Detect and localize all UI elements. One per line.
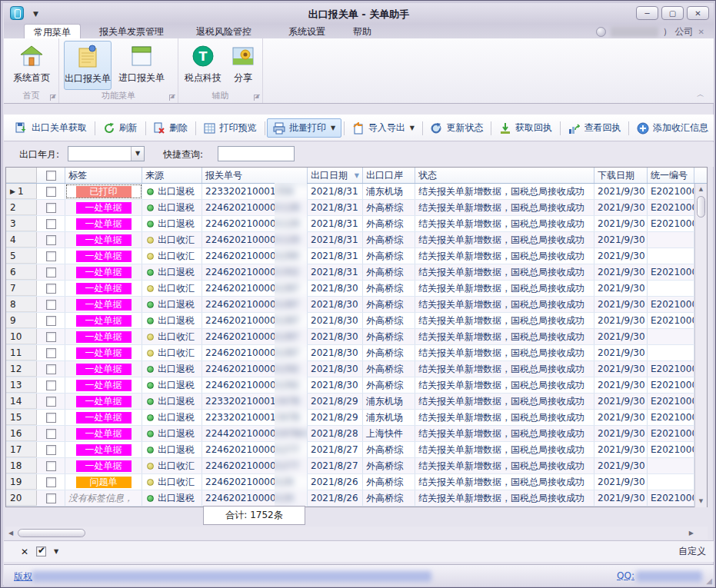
source-cell[interactable]: 出口退税 <box>142 410 202 425</box>
row-number-cell[interactable]: 18 <box>6 458 37 473</box>
tag-cell[interactable]: 一处单据 <box>65 361 142 377</box>
row-number-cell[interactable]: 15 <box>6 410 37 425</box>
table-row[interactable]: 13一处单据出口退税22462021000012922021/8/30外高桥综结… <box>6 377 707 394</box>
download-date-cell[interactable]: 2021/9/30 <box>594 442 648 457</box>
close-filter-icon[interactable]: ✕ <box>21 546 28 557</box>
status-cell[interactable]: 结关报关单新增数据，国税总局接收成功 <box>415 361 594 377</box>
download-date-cell[interactable]: 2021/9/30 <box>594 297 648 312</box>
row-number-cell[interactable]: 9 <box>6 313 37 328</box>
scroll-right-icon[interactable]: ▶ <box>689 530 694 537</box>
get-receipt-button[interactable]: 获取回执 <box>494 119 558 137</box>
batch-print-button[interactable]: 批量打印 ▼ <box>267 118 341 138</box>
row-number-cell[interactable]: 2 <box>6 200 37 215</box>
row-checkbox[interactable] <box>46 364 56 374</box>
export-date-cell[interactable]: 2021/8/30 <box>308 345 363 360</box>
row-select-cell[interactable] <box>37 297 65 312</box>
vertical-scroll-thumb[interactable] <box>697 196 705 218</box>
copyright-link[interactable]: 版权 <box>14 570 32 583</box>
source-cell[interactable]: 出口收汇 <box>142 458 202 473</box>
row-checkbox[interactable] <box>46 235 56 245</box>
qq-link[interactable]: QQ: <box>617 570 634 581</box>
row-number-cell[interactable]: ▶1 <box>6 184 37 199</box>
export-port-cell[interactable]: 浦东机场 <box>363 394 415 409</box>
row-select-cell[interactable] <box>37 490 65 506</box>
print-preview-button[interactable]: 打印预览 <box>198 119 262 137</box>
export-declaration-button[interactable]: 出口报关单 <box>64 41 112 90</box>
fetch-declarations-button[interactable]: 出口关单获取 <box>10 119 92 137</box>
export-date-cell[interactable]: 2021/8/28 <box>308 426 363 441</box>
export-port-cell[interactable]: 浦东机场 <box>363 410 415 425</box>
ribbon-collapse-icon[interactable]: ︿ <box>697 89 703 100</box>
filter-funnel-icon[interactable]: ▼ <box>355 172 359 179</box>
export-date-cell[interactable]: 2021/8/31 <box>308 200 363 215</box>
unified-number-cell[interactable]: E20210000 <box>648 200 694 215</box>
export-port-cell[interactable]: 外高桥综 <box>363 297 415 312</box>
download-date-cell[interactable]: 2021/9/30 <box>594 426 648 441</box>
download-date-cell[interactable]: 2021/9/30 <box>594 490 648 506</box>
declaration-number-cell[interactable]: 2233202100013478 <box>202 394 308 409</box>
table-row[interactable]: 2一处单据出口退税22462021000011282021/8/31外高桥综结关… <box>6 200 707 216</box>
declaration-number-cell[interactable]: 2246202100001129 <box>202 216 308 231</box>
unified-number-cell[interactable]: E20210000 <box>648 297 694 312</box>
filter-dropdown-caret-icon[interactable]: ▼ <box>54 548 58 555</box>
source-cell[interactable]: 出口收汇 <box>142 248 202 264</box>
source-cell[interactable]: 出口退税 <box>142 184 202 199</box>
source-cell[interactable]: 出口收汇 <box>142 474 202 490</box>
row-number-cell[interactable]: 6 <box>6 264 37 280</box>
row-select-cell[interactable] <box>37 216 65 231</box>
delete-button[interactable]: 删除 <box>148 119 193 137</box>
row-number-cell[interactable]: 16 <box>6 426 37 441</box>
quick-search-input[interactable] <box>218 146 295 161</box>
declaration-number-cell[interactable]: 2246202100001302 <box>202 264 308 280</box>
table-row[interactable]: 20没有标签信息，出口退税2246202100001262021/8/26外高桥… <box>6 490 707 507</box>
row-select-cell[interactable] <box>37 200 65 215</box>
tag-cell[interactable]: 一处单据 <box>65 410 142 425</box>
status-cell[interactable]: 结关报关单新增数据，国税总局接收成功 <box>415 426 594 441</box>
declaration-number-cell[interactable]: 2246202100001287 <box>202 345 308 360</box>
table-row[interactable]: 16一处单据出口退税224420210000197842021/8/28上海快件… <box>6 426 707 442</box>
filter-enabled-checkbox[interactable] <box>36 546 46 556</box>
export-date-cell[interactable]: 2021/8/26 <box>308 474 363 490</box>
unified-number-cell[interactable]: E20210000 <box>648 426 694 441</box>
export-port-cell[interactable]: 上海快件 <box>363 426 415 441</box>
row-checkbox[interactable] <box>46 380 56 390</box>
tag-cell[interactable]: 一处单据 <box>65 297 142 312</box>
dialog-launcher-icon[interactable] <box>254 95 260 101</box>
export-date-cell[interactable]: 2021/8/29 <box>308 394 363 409</box>
tab-system-settings[interactable]: 系统设置 <box>279 24 335 38</box>
status-cell[interactable]: 结关报关单新增数据，国税总局接收成功 <box>415 394 594 409</box>
row-checkbox[interactable] <box>46 445 56 455</box>
close-button[interactable]: ✕ <box>687 6 709 20</box>
status-cell[interactable]: 结关报关单新增数据，国税总局接收成功 <box>415 313 594 328</box>
export-date-cell[interactable]: 2021/8/30 <box>308 297 363 312</box>
row-select-cell[interactable] <box>37 329 65 344</box>
tag-cell[interactable]: 问题单 <box>65 474 142 490</box>
table-row[interactable]: 15一处单据出口退税22332021000134782021/8/29浦东机场结… <box>6 410 707 426</box>
status-cell[interactable]: 结关报关单新增数据，国税总局接收成功 <box>415 490 594 506</box>
export-date-cell[interactable]: 2021/8/31 <box>308 248 363 264</box>
export-date-cell[interactable]: 2021/8/30 <box>308 281 363 296</box>
tag-cell[interactable]: 一处单据 <box>65 232 142 247</box>
row-select-cell[interactable] <box>37 474 65 490</box>
export-port-cell[interactable]: 外高桥综 <box>363 458 415 473</box>
export-date-cell[interactable]: 2021/8/27 <box>308 458 363 473</box>
source-cell[interactable]: 出口退税 <box>142 361 202 377</box>
download-date-cell[interactable]: 2021/9/30 <box>594 232 648 247</box>
vertical-scrollbar[interactable]: ▲ ▼ <box>694 184 707 507</box>
row-select-cell[interactable] <box>37 248 65 264</box>
tag-cell[interactable]: 没有标签信息， <box>65 490 142 506</box>
status-cell[interactable]: 结关报关单新增数据，国税总局接收成功 <box>415 248 594 264</box>
unified-number-cell[interactable] <box>648 329 694 344</box>
download-date-cell[interactable]: 2021/9/30 <box>594 264 648 280</box>
status-cell[interactable]: 结关报关单新增数据，国税总局接收成功 <box>415 200 594 215</box>
row-select-cell[interactable] <box>37 345 65 360</box>
import-export-button[interactable]: 导入导出 ▼ <box>347 119 420 137</box>
row-select-cell[interactable] <box>37 313 65 328</box>
download-date-cell[interactable]: 2021/9/30 <box>594 410 648 425</box>
import-declaration-button[interactable]: 进口报关单 <box>118 41 165 90</box>
row-checkbox[interactable] <box>46 397 56 407</box>
export-port-cell[interactable]: 外高桥综 <box>363 200 415 215</box>
unified-number-cell[interactable]: E20210000 <box>648 313 694 328</box>
column-header-6[interactable]: 出口口岸 <box>363 168 415 183</box>
declaration-number-cell[interactable]: 22442021000019784 <box>202 426 308 441</box>
